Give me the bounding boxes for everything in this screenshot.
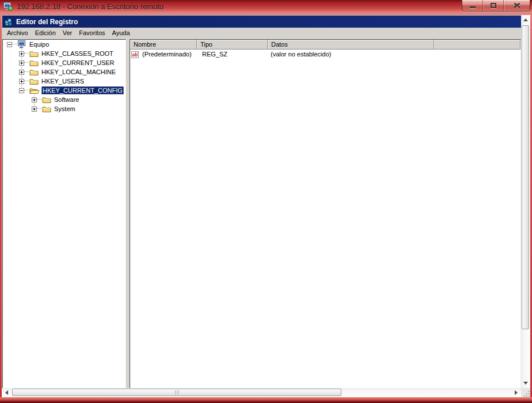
column-header-datos[interactable]: Datos <box>268 40 434 50</box>
arrow-right-icon <box>515 390 518 395</box>
tree-item-label[interactable]: HKEY_USERS <box>40 77 85 85</box>
registry-tree-pane[interactable]: EquipoHKEY_CLASSES_ROOTHKEY_CURRENT_USER… <box>2 39 126 388</box>
restore-icon <box>491 3 496 8</box>
tree-connector <box>24 62 29 63</box>
expand-toggle-icon[interactable] <box>32 97 37 102</box>
close-button[interactable] <box>503 0 530 11</box>
close-icon <box>514 2 520 9</box>
tree-connector <box>37 108 41 109</box>
vertical-scrollbar-thumb[interactable] <box>522 25 529 329</box>
scroll-right-button[interactable] <box>511 388 521 397</box>
tree-connector <box>24 53 29 54</box>
tree-item-label[interactable]: HKEY_LOCAL_MACHINE <box>40 68 117 76</box>
value-row[interactable]: ab(Predeterminado)REG_SZ(valor no establ… <box>130 50 520 59</box>
tree-connector <box>24 71 29 73</box>
folder-icon <box>29 59 39 67</box>
folder-icon <box>29 50 39 58</box>
expand-toggle-icon[interactable] <box>19 79 24 84</box>
scroll-left-button[interactable] <box>2 388 12 397</box>
collapse-toggle-icon[interactable] <box>19 88 24 93</box>
folder-icon <box>29 78 39 85</box>
remote-desktop-icon <box>3 2 13 11</box>
restore-button[interactable] <box>482 0 503 11</box>
resize-grip-icon <box>523 390 530 397</box>
tree-item-label[interactable]: HKEY_CURRENT_USER <box>40 59 116 67</box>
regedit-title: Editor del Registro <box>16 18 78 26</box>
tree-item-software[interactable]: Software <box>3 95 126 104</box>
rdp-window: 192.168.2.18 - Conexión a Escritorio rem… <box>0 0 532 403</box>
folder-icon <box>42 105 51 113</box>
regedit-body: EquipoHKEY_CLASSES_ROOTHKEY_CURRENT_USER… <box>2 38 521 388</box>
tree-item-label[interactable]: HKEY_CURRENT_CONFIG <box>41 86 124 94</box>
scroll-up-button[interactable] <box>521 15 530 25</box>
values-rows: ab(Predeterminado)REG_SZ(valor no establ… <box>130 50 520 59</box>
expand-toggle-icon[interactable] <box>19 60 24 66</box>
folder-open-icon <box>29 87 40 94</box>
tree-connector <box>24 90 29 91</box>
resize-grip[interactable] <box>521 388 530 397</box>
registry-editor-window: Editor del Registro ArchivoEdiciónVerFav… <box>2 15 521 388</box>
tree-item-label[interactable]: System <box>53 105 77 113</box>
rdp-titlebar[interactable]: 192.168.2.18 - Conexión a Escritorio rem… <box>0 0 532 13</box>
tree-item-label[interactable]: Software <box>53 96 80 104</box>
arrow-left-icon <box>5 390 8 395</box>
rdp-title: 192.168.2.18 - Conexión a Escritorio rem… <box>17 2 164 11</box>
menu-archivo[interactable]: Archivo <box>3 28 32 37</box>
folder-icon <box>29 69 39 76</box>
expand-toggle-icon[interactable] <box>32 107 37 112</box>
scrollbar-grip-icon <box>175 390 179 395</box>
value-data: (valor no establecido) <box>268 51 520 58</box>
svg-text:ab: ab <box>132 52 138 58</box>
tree-item-label[interactable]: Equipo <box>28 40 50 48</box>
rdp-bottom-border <box>0 397 532 403</box>
column-header-filler <box>434 40 520 50</box>
regedit-app-icon <box>4 17 13 26</box>
values-header-row: NombreTipoDatos <box>130 40 520 50</box>
window-controls <box>462 0 530 12</box>
column-header-nombre[interactable]: Nombre <box>130 40 197 50</box>
arrow-up-icon <box>523 18 528 21</box>
menu-favoritos[interactable]: Favoritos <box>75 28 108 37</box>
menu-ver[interactable]: Ver <box>59 28 76 37</box>
menu-ayuda[interactable]: Ayuda <box>109 28 134 37</box>
menubar: ArchivoEdiciónVerFavoritosAyuda <box>2 28 521 38</box>
minimize-button[interactable] <box>462 0 482 11</box>
menu-edici-n[interactable]: Edición <box>32 28 59 37</box>
tree-connector <box>24 81 29 82</box>
expand-toggle-icon[interactable] <box>19 51 24 56</box>
expand-toggle-icon[interactable] <box>19 70 24 75</box>
horizontal-scrollbar-thumb[interactable] <box>12 389 341 396</box>
registry-values-pane[interactable]: NombreTipoDatos ab(Predeterminado)REG_SZ… <box>130 39 521 388</box>
collapse-toggle-icon[interactable] <box>7 42 12 47</box>
folder-icon <box>42 96 51 104</box>
horizontal-scrollbar[interactable] <box>2 388 521 397</box>
tree-item-label[interactable]: HKEY_CLASSES_ROOT <box>40 50 115 58</box>
tree-connector <box>37 99 41 100</box>
arrow-down-icon <box>523 382 528 385</box>
tree-item-system[interactable]: System <box>3 104 126 113</box>
tree-connector <box>12 44 17 45</box>
value-type: REG_SZ <box>197 51 268 58</box>
remote-session-viewport: Editor del Registro ArchivoEdiciónVerFav… <box>2 15 530 397</box>
scroll-down-button[interactable] <box>521 378 530 388</box>
regedit-titlebar[interactable]: Editor del Registro <box>2 16 521 28</box>
minimize-icon <box>470 6 476 8</box>
column-header-tipo[interactable]: Tipo <box>197 40 268 50</box>
value-name: (Predeterminado) <box>142 51 192 58</box>
vertical-scrollbar[interactable] <box>521 15 530 388</box>
string-value-icon: ab <box>131 51 139 58</box>
